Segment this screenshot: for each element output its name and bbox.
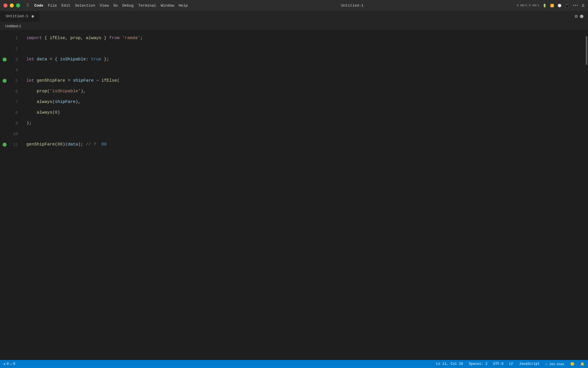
editor-title-bar: Untitled-1 bbox=[0, 22, 588, 30]
code-line-8[interactable]: 8 always(0) bbox=[0, 107, 584, 118]
split-editor-icon[interactable]: ⊟ bbox=[575, 14, 578, 19]
list-icon: ☰ bbox=[582, 4, 585, 7]
token: always bbox=[37, 110, 52, 115]
token: from bbox=[107, 36, 119, 41]
token: ); bbox=[78, 142, 83, 147]
token: 80 bbox=[57, 142, 63, 147]
code-line-10[interactable]: 10 bbox=[0, 129, 584, 139]
token: ), bbox=[76, 99, 81, 104]
line-number-8: 8 bbox=[9, 110, 24, 115]
code-line-9[interactable]: 9); bbox=[0, 118, 584, 129]
token: always bbox=[37, 99, 52, 104]
token: ); bbox=[26, 121, 32, 126]
minimize-button[interactable] bbox=[10, 3, 14, 7]
menu-go[interactable]: Go bbox=[113, 3, 118, 8]
menu-terminal[interactable]: Terminal bbox=[138, 3, 156, 8]
code-content-9: ); bbox=[24, 118, 584, 129]
menu-view[interactable]: View bbox=[100, 3, 109, 8]
token: ⇒ bbox=[94, 78, 101, 83]
breakpoint-dot-11 bbox=[3, 143, 7, 147]
menu-debug[interactable]: Debug bbox=[122, 3, 134, 8]
code-line-4[interactable]: 4 bbox=[0, 65, 584, 75]
code-line-7[interactable]: 7 always(shipFare), bbox=[0, 97, 584, 107]
code-line-3[interactable]: 3let data = { isShipable: true }; bbox=[0, 54, 584, 65]
menu-help[interactable]: Help bbox=[179, 3, 188, 8]
code-line-11[interactable]: 11genShipFare(80)(data); // ? 80 bbox=[0, 139, 584, 150]
language-mode[interactable]: JavaScript bbox=[519, 362, 540, 366]
menu-bar-right: 0 KB/s 0 KB/s 🔋 📶 🕐 📱 ••• ☰ bbox=[517, 4, 585, 7]
more-icon: ••• bbox=[572, 4, 578, 7]
token: genShipFare bbox=[26, 142, 55, 147]
indentation[interactable]: Spaces: 2 bbox=[469, 362, 488, 366]
line-number-4: 4 bbox=[9, 68, 24, 72]
token: ( bbox=[52, 99, 55, 104]
notification-icon[interactable]: 🔔 bbox=[580, 362, 585, 366]
menu-edit[interactable]: Edit bbox=[61, 3, 70, 8]
token: ; bbox=[140, 36, 143, 41]
tab-title: Untitled-1 bbox=[6, 14, 28, 18]
settings-dot[interactable] bbox=[580, 15, 583, 18]
token bbox=[26, 99, 37, 104]
token: shipFare bbox=[55, 99, 76, 104]
time-icon: 🕐 bbox=[558, 4, 562, 7]
code-editor[interactable]: 1import { ifElse, prop, always } from 'r… bbox=[0, 30, 584, 360]
token: ( bbox=[117, 78, 119, 83]
scrollbar[interactable] bbox=[584, 30, 588, 360]
token: always bbox=[86, 36, 101, 41]
code-line-5[interactable]: 5let genShipFare = shipFare ⇒ ifElse( bbox=[0, 75, 584, 86]
breakpoint-area-5[interactable] bbox=[0, 79, 9, 83]
line-number-7: 7 bbox=[9, 100, 24, 104]
token: }; bbox=[101, 57, 109, 62]
token: data bbox=[68, 142, 78, 147]
performance-indicator: ✓ 292.01ms bbox=[546, 362, 564, 366]
token bbox=[119, 36, 122, 41]
token: = { bbox=[47, 57, 60, 62]
network-stats: 0 KB/s 0 KB/s bbox=[517, 4, 539, 7]
token: 'ramda' bbox=[122, 36, 140, 41]
apple-icon[interactable]:  bbox=[27, 3, 30, 8]
token: ifElse bbox=[101, 78, 117, 83]
close-button[interactable] bbox=[3, 3, 7, 7]
breakpoint-area-11[interactable] bbox=[0, 143, 9, 147]
token: = bbox=[65, 78, 73, 83]
line-ending[interactable]: LF bbox=[509, 362, 513, 366]
token: let bbox=[26, 78, 34, 83]
token: shipFare bbox=[73, 78, 94, 83]
menu-file[interactable]: File bbox=[48, 3, 57, 8]
maximize-button[interactable] bbox=[16, 3, 20, 7]
token: let bbox=[26, 57, 34, 62]
smiley-icon[interactable]: 🙂 bbox=[570, 362, 575, 366]
tab-icons: ⊟ bbox=[575, 14, 588, 19]
tab-untitled1[interactable]: Untitled-1 bbox=[0, 11, 40, 22]
tab-unsaved-dot bbox=[32, 15, 34, 18]
cursor-position[interactable]: Ln 11, Col 28 bbox=[436, 362, 463, 366]
error-count[interactable]: ✗ 0 ⚠ 0 bbox=[3, 362, 15, 366]
token: ifElse bbox=[50, 36, 65, 41]
token bbox=[34, 57, 37, 62]
token: 80 bbox=[99, 142, 107, 147]
token: ), bbox=[81, 89, 86, 94]
menu-window[interactable]: Window bbox=[161, 3, 174, 8]
line-number-2: 2 bbox=[9, 47, 24, 51]
cast-icon: 📱 bbox=[565, 4, 569, 7]
editor-container: 1import { ifElse, prop, always } from 'r… bbox=[0, 30, 588, 360]
code-line-2[interactable]: 2 bbox=[0, 43, 584, 54]
status-bar-right: Ln 11, Col 28 Spaces: 2 UTF-8 LF JavaScr… bbox=[436, 362, 585, 366]
token: { bbox=[42, 36, 50, 41]
encoding[interactable]: UTF-8 bbox=[493, 362, 504, 366]
token: // ? bbox=[83, 142, 99, 147]
menu-bar:  Code File Edit Selection View Go Debug… bbox=[0, 0, 588, 11]
code-content-8: always(0) bbox=[24, 107, 584, 118]
token bbox=[26, 110, 37, 115]
scrollbar-thumb[interactable] bbox=[586, 36, 587, 65]
token: , bbox=[81, 36, 86, 41]
menu-selection[interactable]: Selection bbox=[75, 3, 95, 8]
wifi-icon: 📶 bbox=[550, 4, 554, 7]
code-line-6[interactable]: 6 prop('isShipable'), bbox=[0, 86, 584, 97]
code-content-1: import { ifElse, prop, always } from 'ra… bbox=[24, 33, 584, 43]
breakpoint-area-3[interactable] bbox=[0, 57, 9, 62]
menu-code[interactable]: Code bbox=[34, 3, 43, 8]
code-content-7: always(shipFare), bbox=[24, 97, 584, 107]
code-line-1[interactable]: 1import { ifElse, prop, always } from 'r… bbox=[0, 33, 584, 43]
line-number-11: 11 bbox=[9, 142, 24, 147]
